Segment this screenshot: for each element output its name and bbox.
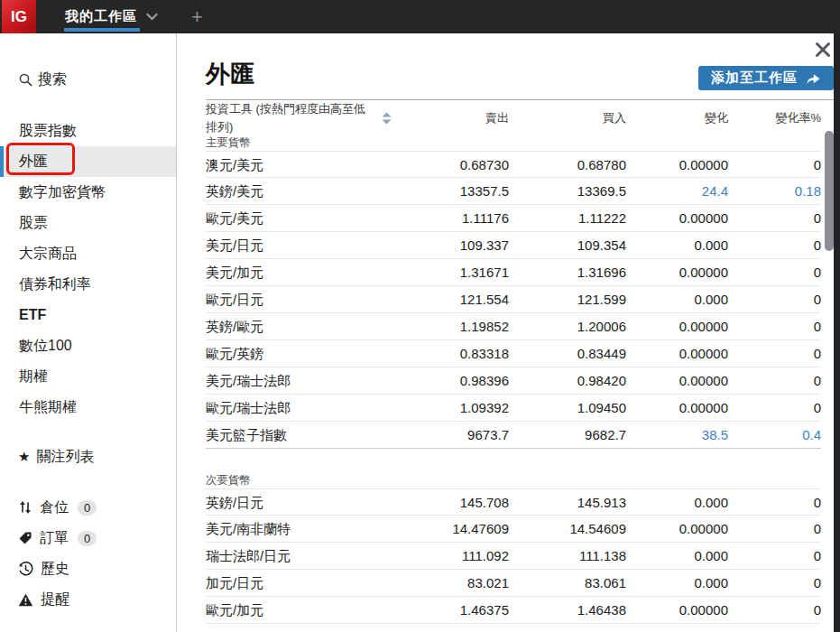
sell-price: 0.83318 [392, 340, 509, 367]
instrument-name: 英鎊/歐元 [206, 313, 392, 339]
sidebar-item-大宗商品[interactable]: 大宗商品 [0, 238, 176, 269]
quote-row[interactable]: 美元/日元109.337109.3540.0000 [206, 232, 821, 259]
sidebar-item-label: ETF [19, 307, 46, 322]
sort-icon[interactable] [382, 112, 392, 125]
scrollbar-thumb[interactable] [825, 131, 834, 251]
sidebar-item-watchlist[interactable]: ★ 關注列表 [0, 441, 176, 472]
change-pct-value: 0 [728, 232, 821, 258]
change-value: 0.00000 [626, 516, 728, 542]
search-icon [18, 72, 33, 88]
quote-row[interactable]: 澳元/美元0.687300.687800.000000 [206, 151, 821, 178]
sell-price: 14.47609 [392, 516, 509, 542]
quote-row[interactable]: 歐元/英鎊0.833180.834490.000000 [206, 340, 821, 367]
instrument-column-header[interactable]: 投資工具 (按熱門程度由高至低排列) [206, 100, 376, 136]
sidebar-item-alerts[interactable]: 提醒 [0, 584, 176, 615]
forex-panel: 外匯 添加至工作區 投資工具 (按熱門程度由高至低排列) [177, 33, 840, 632]
instrument-name: 歐元/日元 [206, 286, 392, 312]
sell-price: 145.708 [392, 489, 509, 515]
sell-price: 0.68730 [392, 152, 509, 177]
sidebar-item-股票指數[interactable]: 股票指數 [0, 116, 176, 146]
sidebar: 搜索 股票指數外匯數字加密貨幣股票大宗商品債券和利率ETF數位100期權牛熊期權… [0, 33, 177, 632]
workspace-tab[interactable]: 我的工作區 [65, 0, 158, 33]
instrument-name: 英鎊/美元 [206, 178, 392, 204]
sidebar-item-債券和利率[interactable]: 債券和利率 [0, 269, 176, 300]
change-pct-value: 0 [728, 313, 821, 339]
quote-row[interactable]: 美元籃子指數9673.79682.738.50.4 [206, 422, 821, 449]
instrument-name: 歐元/英鎊 [206, 340, 392, 367]
sidebar-item-history[interactable]: 歷史 [0, 553, 176, 584]
account-nav: 倉位 0 訂單 0 [0, 492, 176, 615]
change-pct-value: 0 [728, 489, 821, 515]
instrument-name: 瑞士法郎/日元 [206, 543, 392, 569]
sidebar-item-外匯[interactable]: 外匯 [0, 146, 176, 177]
quote-row[interactable]: 英鎊/日元145.708145.9130.0000 [206, 488, 821, 516]
change-pct-value: 0.4 [728, 422, 821, 448]
chevron-down-icon[interactable] [146, 13, 158, 21]
buy-price: 145.913 [509, 489, 626, 515]
sell-price: 13357.5 [392, 178, 509, 204]
add-to-workspace-button[interactable]: 添加至工作區 [698, 66, 834, 90]
sidebar-item-label: 數字加密貨幣 [19, 184, 106, 200]
sidebar-item-股票[interactable]: 股票 [0, 208, 176, 238]
change-value: 0.00000 [626, 205, 728, 231]
quote-row[interactable]: 歐元/加元1.463751.464380.000000 [206, 597, 821, 624]
change-pct-value: 0 [728, 367, 821, 394]
change-pct-value: 0 [728, 205, 821, 231]
quote-row[interactable]: 英鎊/歐元1.198521.200060.000000 [206, 313, 821, 340]
sidebar-item-數位100[interactable]: 數位100 [0, 330, 176, 361]
quote-row[interactable]: 美元/瑞士法郎0.983960.984200.000000 [206, 367, 821, 395]
add-tab-button[interactable]: + [191, 0, 203, 33]
sidebar-item-ETF[interactable]: ETF [0, 300, 176, 330]
quote-row[interactable]: 歐元/瑞士法郎1.093921.094500.000000 [206, 395, 821, 422]
instrument-name: 美元/南非蘭特 [206, 516, 392, 542]
quote-row[interactable]: 加元/日元83.02183.0610.0000 [206, 570, 821, 597]
instrument-name: 加元/日元 [206, 570, 392, 596]
quote-row[interactable]: 瑞士法郎/日元111.092111.1380.0000 [206, 543, 821, 570]
instrument-name: 美元/日元 [206, 232, 392, 258]
sell-column-header[interactable]: 賣出 [392, 109, 509, 127]
change-pct-value: 0 [728, 570, 821, 596]
buy-price: 0.98420 [509, 367, 626, 394]
instrument-name: 澳元/美元 [206, 152, 392, 177]
quote-table-body: 主要貨幣澳元/美元0.687300.687800.000000英鎊/美元1335… [206, 135, 821, 624]
sidebar-item-orders[interactable]: 訂單 0 [0, 523, 176, 553]
close-icon[interactable] [815, 42, 831, 58]
change-pct-column-header[interactable]: 變化率% [728, 109, 821, 127]
quote-row[interactable]: 美元/南非蘭特14.4760914.546090.000000 [206, 516, 821, 543]
watchlist-label: 關注列表 [36, 448, 94, 467]
change-value: 0.00000 [626, 313, 728, 339]
instrument-name: 歐元/瑞士法郎 [206, 395, 392, 421]
buy-price: 1.11222 [509, 205, 626, 231]
quote-row[interactable]: 英鎊/美元13357.513369.524.40.18 [206, 178, 821, 205]
page-title: 外匯 [206, 58, 254, 90]
change-pct-value: 0 [728, 543, 821, 569]
sidebar-item-positions[interactable]: 倉位 0 [0, 492, 176, 523]
tag-icon [18, 531, 32, 545]
quote-row[interactable]: 美元/加元1.316711.316960.000000 [206, 259, 821, 286]
sell-price: 9673.7 [392, 422, 509, 448]
buy-price: 109.354 [509, 232, 626, 258]
change-column-header[interactable]: 變化 [626, 109, 728, 127]
buy-column-header[interactable]: 買入 [509, 109, 626, 127]
quote-row[interactable]: 歐元/日元121.554121.5990.0000 [206, 286, 821, 313]
change-pct-value: 0 [728, 152, 821, 177]
instrument-name: 歐元/加元 [206, 597, 392, 623]
add-to-workspace-label: 添加至工作區 [711, 70, 798, 87]
sidebar-item-label: 股票 [19, 215, 48, 230]
buy-price: 0.83449 [509, 340, 626, 367]
table-section: 主要貨幣澳元/美元0.687300.687800.000000英鎊/美元1335… [206, 135, 821, 449]
background-edge [834, 33, 840, 632]
sidebar-item-label: 股票指數 [19, 123, 77, 138]
change-value: 0.000 [626, 232, 728, 258]
search-label: 搜索 [38, 70, 67, 89]
sell-price: 1.46375 [392, 597, 509, 623]
sidebar-item-牛熊期權[interactable]: 牛熊期權 [0, 392, 176, 423]
positions-arrows-icon [18, 500, 32, 515]
buy-price: 83.061 [509, 570, 626, 596]
quote-row[interactable]: 歐元/美元1.111761.112220.000000 [206, 205, 821, 232]
search-button[interactable]: 搜索 [0, 70, 176, 88]
sidebar-item-期權[interactable]: 期權 [0, 361, 176, 392]
ig-logo[interactable]: IG [2, 0, 36, 33]
instrument-name: 美元/瑞士法郎 [206, 367, 392, 394]
sidebar-item-數字加密貨幣[interactable]: 數字加密貨幣 [0, 177, 176, 208]
